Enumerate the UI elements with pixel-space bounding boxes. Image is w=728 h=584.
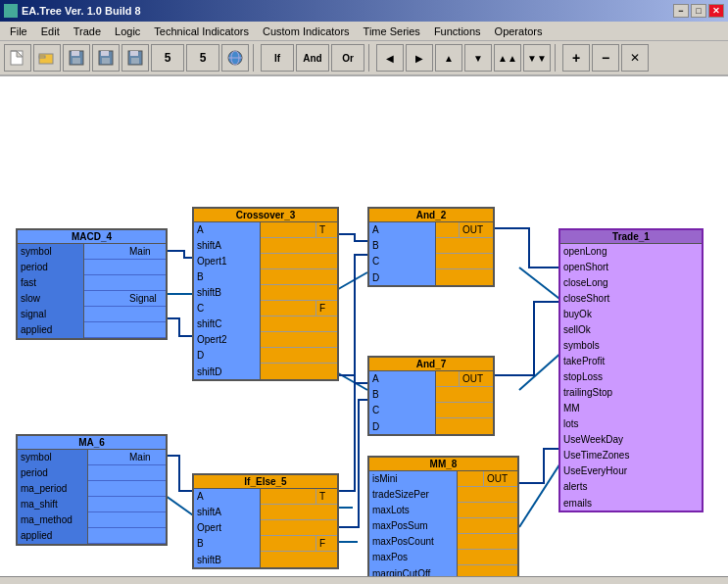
- trade-row-alerts: alerts: [560, 479, 702, 495]
- window-controls: − □ ✕: [673, 4, 724, 18]
- ma6-row-symbol: symbol Main: [18, 450, 166, 465]
- and7-node[interactable]: And_7 A OUT B C D: [367, 356, 495, 436]
- ifelse-b-value: [261, 536, 315, 552]
- and2-row-d: D: [369, 269, 493, 285]
- ma6-symbol-value: [88, 450, 126, 465]
- crossover-node[interactable]: Crossover_3 A T shiftA Opert1 B shiftB: [192, 207, 339, 381]
- menu-technical-indicators[interactable]: Technical Indicators: [148, 24, 255, 39]
- add-button[interactable]: +: [562, 44, 590, 72]
- trade-row-lots: lots: [560, 416, 702, 432]
- mm8-row-maxPos: maxPos: [369, 550, 517, 565]
- and-button[interactable]: And: [296, 44, 329, 72]
- svg-rect-7: [73, 58, 80, 64]
- and2-c-label: C: [369, 254, 436, 269]
- double-down-button[interactable]: ▼▼: [523, 44, 551, 72]
- menu-functions[interactable]: Functions: [428, 24, 487, 39]
- arrow-down-button[interactable]: ▼: [464, 44, 492, 72]
- ma6-row-period: period: [18, 465, 166, 481]
- trade-node[interactable]: Trade_1 openLong openShort closeLong clo…: [558, 228, 704, 512]
- open-button[interactable]: [33, 44, 61, 72]
- ma6-main-output: Main: [126, 450, 166, 465]
- menu-time-series[interactable]: Time Series: [358, 24, 426, 39]
- macd-title: MACD_4: [18, 230, 166, 244]
- ifelse-row-opert: Opert: [194, 520, 337, 536]
- subtract-button[interactable]: −: [592, 44, 619, 72]
- minimize-button[interactable]: −: [673, 4, 689, 18]
- save-button[interactable]: [63, 44, 90, 72]
- maximize-button[interactable]: □: [691, 4, 706, 18]
- mm8-node[interactable]: MM_8 isMini OUT tradeSizePer maxLots max…: [367, 456, 519, 576]
- svg-line-22: [519, 351, 563, 390]
- and7-c-label: C: [369, 403, 436, 418]
- new-button[interactable]: [4, 44, 31, 72]
- ifelse-b-label: B: [194, 536, 261, 552]
- and7-title: And_7: [369, 358, 493, 371]
- svg-rect-10: [102, 58, 110, 64]
- crossover-shiftb-value: [261, 285, 337, 301]
- ma6-maperiod-label: ma_period: [18, 481, 88, 497]
- and2-row-b: B: [369, 238, 493, 254]
- arrow-left-button[interactable]: ◀: [376, 44, 404, 72]
- crossover-row-shiftb: shiftB: [194, 285, 337, 301]
- globe-button[interactable]: [221, 44, 249, 72]
- svg-line-26: [519, 459, 563, 527]
- toolbar-separator-2: [368, 44, 372, 72]
- trade-row-openShort: openShort: [560, 260, 702, 275]
- crossover-shiftb-label: shiftB: [194, 285, 261, 301]
- num5b-button[interactable]: 5: [186, 44, 219, 72]
- toolbar: 5 5 If And Or ◀ ▶ ▲ ▼ ▲▲ ▼▼ + − ✕: [0, 41, 728, 76]
- crossover-a-label: A: [194, 222, 261, 238]
- save-as-button[interactable]: [92, 44, 120, 72]
- mm8-maxPosSum-value: [458, 518, 517, 534]
- close-button[interactable]: ✕: [708, 4, 724, 18]
- trade-row-closeLong: closeLong: [560, 275, 702, 291]
- and2-node[interactable]: And_2 A OUT B C D: [367, 207, 495, 287]
- crossover-row-b: B: [194, 269, 337, 285]
- and2-row-a: A OUT: [369, 222, 493, 238]
- svg-rect-9: [101, 51, 109, 56]
- title-bar: EA.Tree Ver. 1.0 Build 8 − □ ✕: [0, 0, 728, 22]
- ifelse-row-b: B F: [194, 536, 337, 552]
- macd-signal-label: signal: [18, 307, 84, 322]
- double-up-button[interactable]: ▲▲: [494, 44, 521, 72]
- if-button[interactable]: If: [261, 44, 294, 72]
- ma6-node[interactable]: MA_6 symbol Main period ma_period ma_shi…: [16, 434, 168, 546]
- and7-body: A OUT B C D: [369, 371, 493, 434]
- trade-openShort-label: openShort: [560, 260, 702, 275]
- trade-row-stopLoss: stopLoss: [560, 369, 702, 385]
- menu-operators[interactable]: Operators: [489, 24, 549, 39]
- macd-node[interactable]: MACD_4 symbol Main period fast slow Sign…: [16, 228, 168, 340]
- and7-a-label: A: [369, 371, 436, 387]
- trade-emails-label: emails: [560, 495, 702, 511]
- arrow-up-button[interactable]: ▲: [435, 44, 462, 72]
- app-icon: [4, 4, 18, 18]
- crossover-b-value: [261, 269, 337, 285]
- or-button[interactable]: Or: [331, 44, 364, 72]
- and2-title: And_2: [369, 209, 493, 222]
- delete-button[interactable]: ✕: [621, 44, 649, 72]
- menu-file[interactable]: File: [4, 24, 33, 39]
- menu-custom-indicators[interactable]: Custom Indicators: [257, 24, 356, 39]
- mm8-marginCutOff-value: [458, 565, 517, 576]
- trade-row-useEveryHour: UseEveryHour: [560, 463, 702, 479]
- ma6-body: symbol Main period ma_period ma_shift ma…: [18, 450, 166, 544]
- num5a-button[interactable]: 5: [151, 44, 184, 72]
- menu-logic[interactable]: Logic: [109, 24, 146, 39]
- crossover-row-opert1: Opert1: [194, 254, 337, 269]
- ifelse-node[interactable]: If_Else_5 A T shiftA Opert B F shiftB: [192, 473, 339, 569]
- ifelse-shifta-value: [261, 505, 337, 520]
- menu-trade[interactable]: Trade: [68, 24, 107, 39]
- ifelse-a-label: A: [194, 489, 261, 505]
- and2-b-value: [436, 238, 493, 254]
- svg-line-21: [519, 268, 563, 302]
- menu-edit[interactable]: Edit: [35, 24, 66, 39]
- crossover-row-shiftd: shiftD: [194, 364, 337, 379]
- export-button[interactable]: [121, 44, 149, 72]
- macd-row-signal: signal: [18, 307, 166, 322]
- macd-symbol-label: symbol: [18, 244, 84, 260]
- macd-applied-value: [84, 322, 166, 338]
- svg-rect-13: [131, 58, 139, 64]
- arrow-right-button[interactable]: ▶: [406, 44, 433, 72]
- crossover-title: Crossover_3: [194, 209, 337, 222]
- crossover-d-label: D: [194, 348, 261, 364]
